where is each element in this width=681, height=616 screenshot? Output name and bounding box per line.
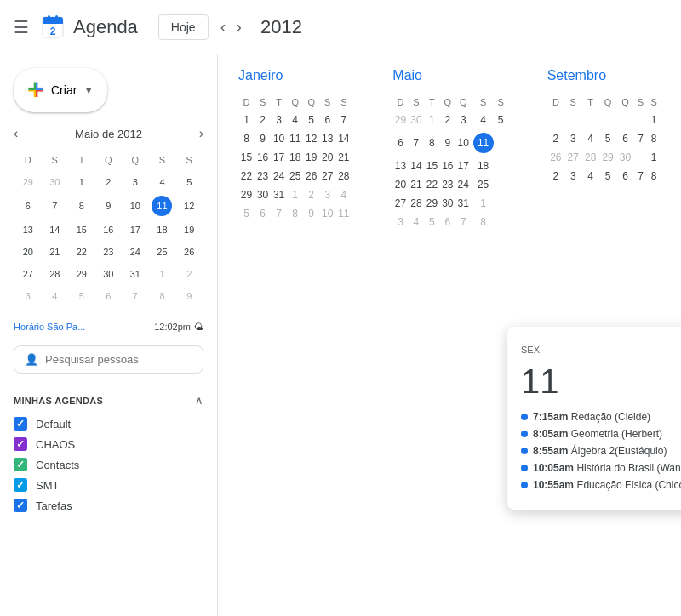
month-day[interactable]: 2	[547, 129, 564, 148]
month-day[interactable]: 2	[547, 167, 564, 185]
calendar-checkbox[interactable]: ✓	[14, 417, 27, 431]
month-day[interactable]: 8	[471, 213, 495, 231]
month-day[interactable]: 21	[335, 148, 352, 167]
month-day[interactable]: 3	[455, 111, 471, 129]
mini-cal-day[interactable]: 24	[123, 242, 148, 262]
month-day[interactable]: 11	[471, 129, 495, 157]
month-day[interactable]: 27	[392, 194, 408, 213]
month-day[interactable]: 13	[319, 129, 335, 148]
month-day[interactable]: 30	[440, 194, 455, 213]
month-day[interactable]: 4	[335, 185, 352, 204]
month-day[interactable]: 3	[319, 185, 335, 204]
month-day[interactable]: 17	[455, 157, 471, 175]
month-day[interactable]: 25	[471, 175, 495, 194]
mini-cal-day[interactable]: 5	[176, 172, 202, 192]
month-day[interactable]: 23	[440, 175, 455, 194]
prev-year-button[interactable]: ‹	[215, 12, 232, 42]
mini-cal-day[interactable]: 12	[176, 194, 202, 218]
month-day[interactable]: 7	[335, 111, 352, 129]
month-day[interactable]: 14	[409, 157, 424, 175]
mini-cal-day[interactable]: 8	[69, 194, 94, 218]
month-day[interactable]	[616, 111, 633, 129]
mini-cal-day[interactable]: 8	[150, 286, 175, 306]
month-day[interactable]: 21	[409, 175, 424, 194]
month-day[interactable]: 6	[616, 129, 633, 148]
month-day[interactable]: 2	[440, 111, 455, 129]
mini-cal-next-button[interactable]: ›	[199, 126, 203, 141]
mini-cal-day[interactable]: 1	[69, 172, 94, 192]
month-day[interactable]: 29	[599, 148, 616, 167]
mini-cal-day[interactable]: 5	[69, 286, 94, 306]
mini-cal-day[interactable]: 29	[69, 264, 94, 284]
month-day[interactable]: 3	[392, 213, 408, 231]
mini-cal-day[interactable]: 28	[43, 264, 68, 284]
month-day[interactable]: 6	[319, 111, 335, 129]
mini-cal-day[interactable]: 7	[43, 194, 68, 218]
month-day[interactable]: 7	[271, 204, 287, 223]
month-day[interactable]: 7	[455, 213, 471, 231]
month-day[interactable]	[564, 111, 581, 129]
month-day[interactable]: 20	[319, 148, 335, 167]
month-day[interactable]: 15	[424, 157, 439, 175]
month-day[interactable]	[547, 111, 564, 129]
month-day[interactable]: 10	[271, 129, 287, 148]
month-day[interactable]: 11	[335, 204, 352, 223]
mini-cal-day[interactable]: 1	[150, 264, 175, 284]
month-day[interactable]: 3	[564, 129, 581, 148]
month-day[interactable]: 28	[335, 167, 352, 185]
mini-cal-day[interactable]: 6	[96, 286, 122, 306]
mini-cal-day[interactable]: 30	[43, 172, 68, 192]
month-day[interactable]: 24	[455, 175, 471, 194]
month-day[interactable]: 7	[634, 129, 648, 148]
mini-cal-day[interactable]: 16	[96, 220, 122, 240]
today-button[interactable]: Hoje	[158, 14, 209, 40]
month-day[interactable]: 7	[409, 129, 424, 157]
month-day[interactable]	[495, 194, 506, 213]
mini-cal-day[interactable]: 31	[123, 264, 148, 284]
month-day[interactable]: 28	[409, 194, 424, 213]
month-day[interactable]: 24	[271, 167, 287, 185]
month-day[interactable]: 3	[271, 111, 287, 129]
mini-cal-day[interactable]: 11	[150, 194, 175, 218]
month-day[interactable]	[495, 129, 506, 157]
mini-cal-day[interactable]: 20	[15, 242, 41, 262]
month-day[interactable]: 20	[392, 175, 408, 194]
month-day[interactable]: 6	[255, 204, 271, 223]
month-day[interactable]	[495, 213, 506, 231]
month-day[interactable]: 26	[547, 148, 564, 167]
month-day[interactable]: 29	[392, 111, 408, 129]
calendar-checkbox[interactable]: ✓	[14, 478, 27, 492]
month-day[interactable]: 5	[303, 111, 319, 129]
mini-cal-day[interactable]: 6	[15, 194, 41, 218]
mini-cal-day[interactable]: 10	[123, 194, 148, 218]
month-day[interactable]: 1	[471, 194, 495, 213]
month-day[interactable]: 4	[471, 111, 495, 129]
month-day[interactable]: 30	[409, 111, 424, 129]
month-day[interactable]: 7	[634, 167, 648, 185]
popup-event[interactable]: 8:05am Geometria (Herbert)	[521, 428, 681, 440]
month-day[interactable]: 26	[303, 167, 319, 185]
month-day[interactable]: 9	[440, 129, 455, 157]
month-day[interactable]: 3	[564, 167, 581, 185]
month-day[interactable]: 19	[303, 148, 319, 167]
month-day[interactable]: 6	[392, 129, 408, 157]
month-day[interactable]: 4	[409, 213, 424, 231]
month-day[interactable]: 13	[392, 157, 408, 175]
month-day[interactable]: 5	[238, 204, 255, 223]
month-day[interactable]: 17	[271, 148, 287, 167]
mini-cal-day[interactable]: 2	[96, 172, 122, 192]
calendar-item[interactable]: ✓CHAOS	[0, 434, 217, 454]
month-day[interactable]	[495, 157, 506, 175]
mini-cal-day[interactable]: 9	[176, 286, 202, 306]
month-day[interactable]: 1	[238, 111, 255, 129]
mini-cal-day[interactable]: 25	[150, 242, 175, 262]
mini-cal-day[interactable]: 22	[69, 242, 94, 262]
month-day[interactable]: 4	[581, 167, 598, 185]
month-day[interactable]: 16	[255, 148, 271, 167]
mini-cal-day[interactable]: 23	[96, 242, 122, 262]
month-day[interactable]: 31	[271, 185, 287, 204]
month-day[interactable]	[495, 175, 506, 194]
mini-cal-day[interactable]: 3	[15, 286, 41, 306]
mini-cal-day[interactable]: 14	[43, 220, 68, 240]
timezone-text[interactable]: Horário São Pa...	[14, 322, 85, 332]
